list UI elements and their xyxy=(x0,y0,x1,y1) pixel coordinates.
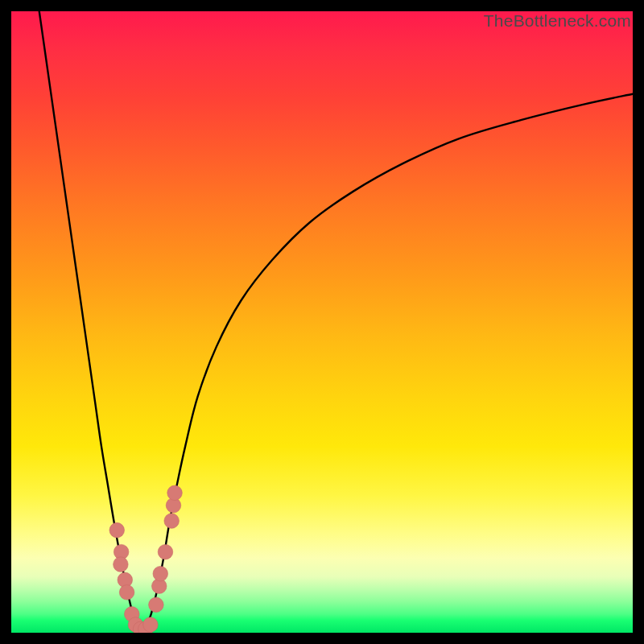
data-marker xyxy=(167,485,183,501)
data-markers xyxy=(109,485,182,633)
curve-layer xyxy=(11,11,633,633)
left-curve xyxy=(39,11,138,630)
data-marker xyxy=(119,585,134,601)
data-marker xyxy=(164,514,180,529)
data-marker xyxy=(149,597,164,613)
right-curve xyxy=(145,94,633,630)
data-marker xyxy=(109,522,125,538)
data-marker xyxy=(114,557,129,572)
chart-frame: TheBottleneck.com xyxy=(0,0,644,644)
plot-area xyxy=(11,11,633,633)
data-marker xyxy=(153,566,168,581)
data-marker xyxy=(143,617,159,633)
data-marker xyxy=(158,544,173,559)
watermark-text: TheBottleneck.com xyxy=(484,11,631,31)
